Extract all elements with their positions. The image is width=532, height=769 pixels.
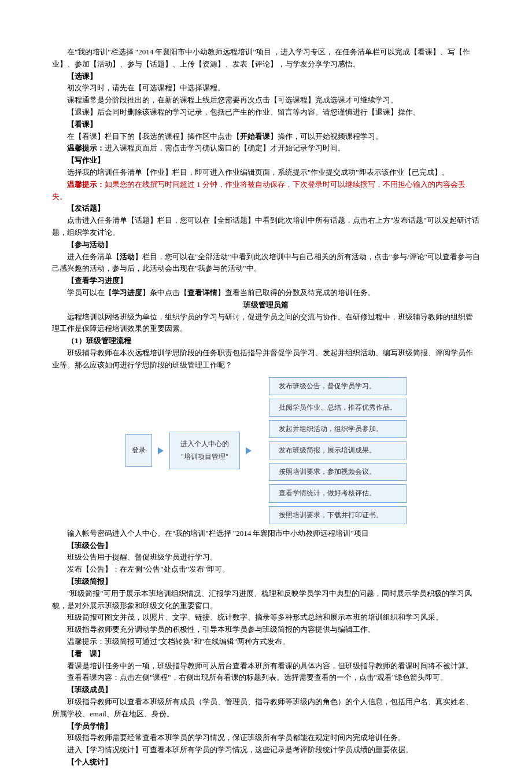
text-line: 班级指导教师可以查看本班级所有成员（学员、管理员、指导教师等班级内的角色）的个人… — [52, 696, 480, 720]
text-line: 点击进入任务清单【话题】栏目，您可以在【全部话题】中看到此次培训中所有话题，点击… — [52, 215, 480, 239]
bold-fragment: 开始看课 — [240, 132, 270, 141]
part-title-class-admin: 班级管理员篇 — [52, 299, 480, 311]
text-line: 【退课】后会同时删除该课程的学习记录，包括已产生的作业、留言等内容。请您谨慎进行… — [52, 106, 480, 119]
bold-fragment: 查看详情 — [187, 288, 217, 297]
task-item: 发起并组织活动，组织学员参加。 — [269, 420, 407, 438]
text-line: 选择我的培训任务清单【作业】栏目，即可进入作业编辑页面，系统提示"作业提交成功"… — [52, 167, 480, 179]
section-title-topic: 【发话题】 — [52, 203, 480, 215]
text-line: 远程培训以网络班级为单位，组织学员的学习与研讨，促进学员之间的交流与协作。在研修… — [52, 311, 480, 336]
task-item: 按照培训要求，参加视频会议。 — [269, 463, 407, 481]
text-fragment: 进入课程页面后，需点击学习确认窗口的【确定】才开始记录学习时间。 — [105, 144, 345, 152]
text-fragment: 在【看课】栏目下的【我选的课程】操作区中点击【 — [67, 132, 240, 141]
section-title-student-status: 【学员学情】 — [52, 720, 480, 733]
login-box: 登录 — [125, 434, 152, 467]
text-fragment: 学员可以在【 — [67, 288, 112, 297]
task-item: 查看学情统计，做好考核评估。 — [269, 484, 407, 502]
section-title-class-members: 【班级成员】 — [52, 684, 480, 696]
text-line: 发布【公告】：在左侧"公告"处点击"发布"即可。 — [52, 564, 480, 576]
text-line: 进入【学习情况统计】可查看本班所有学员的学习情况，这些记录是考评阶段统计学员成绩… — [52, 744, 480, 756]
task-item: 发布班级简报，展示培训成果。 — [269, 441, 407, 459]
task-item: 发布班级公告，督促学员学习。 — [269, 377, 407, 395]
text-fragment: 如果您的在线撰写时间超过 1 分钟，作业将被自动保存，下次登录时可以继续撰写，不… — [52, 180, 466, 201]
text-line: 班级公告用于提醒、督促班级学员进行学习。 — [52, 551, 480, 564]
tasks-list: 发布班级公告，督促学员学习。 批阅学员作业、总结，推荐优秀作品。 发起并组织活动… — [269, 377, 407, 524]
bold-fragment: 活动 — [120, 252, 135, 261]
text-line: 温馨提示：班级简报可通过"文档转换"和"在线编辑"两种方式发布。 — [52, 636, 480, 648]
section-title-personal-stats: 【个人统计】 — [52, 756, 480, 768]
flow-diagram: 登录 进入个人中心的 "培训项目管理" 发布班级公告，督促学员学习。 批阅学员作… — [52, 377, 480, 524]
arrow-right-icon — [246, 447, 252, 454]
text-fragment: 】条中点击【 — [142, 288, 187, 297]
text-line: 在【看课】栏目下的【我选的课程】操作区中点击【开始看课】操作，可以开始视频课程学… — [52, 131, 480, 143]
text-line: 学员可以在【学习进度】条中点击【查看详情】查看当前已取得的分数及待完成的培训任务… — [52, 287, 480, 299]
text-line: 班级简报可图文并茂，以照片、文字、链接、统计数字、摘录等多种形式总结和展示本班的… — [52, 612, 480, 624]
center-box: 进入个人中心的 "培训项目管理" — [169, 432, 240, 469]
text-line: 班级指导教师要充分调动学员的积极性，引导本班学员参与班级简报的内容提供与编辑工作… — [52, 624, 480, 636]
section-title-watch: 【看 课】 — [52, 648, 480, 660]
bold-fragment: 学习进度 — [112, 288, 142, 297]
section-title-write-homework: 【写作业】 — [52, 154, 480, 167]
warning-line: 温馨提示：如果您的在线撰写时间超过 1 分钟，作业将被自动保存，下次登录时可以继… — [52, 179, 480, 203]
section-title-class-brief: 【班级简报】 — [52, 576, 480, 588]
text-line: 课程通常是分阶段推出的，在新的课程上线后您需要再次点击【可选课程】完成选课才可继… — [52, 94, 480, 106]
intro-paragraph: 在"我的培训"栏选择 "2014 年襄阳市中小幼教师远程培训"项目 ，进入学习专… — [52, 46, 480, 71]
section-title-progress: 【查看学习进度】 — [52, 275, 480, 287]
tip-label: 温馨提示： — [67, 144, 105, 152]
text-line: 班级指导教师需要经常查看本班学员的学习情况，保证班级所有学员都能在规定时间内完成… — [52, 732, 480, 744]
text-fragment: 进入任务清单【 — [67, 252, 120, 261]
mgmt-flow-title: （1）班级管理流程 — [52, 335, 480, 347]
text-line: 查看看课内容：点击左侧"课程"，右侧出现所有看课的标题列表。选择需要查看的一个，… — [52, 672, 480, 684]
text-fragment: 】操作，可以开始视频课程学习。 — [270, 132, 383, 141]
arrow-right-icon — [158, 447, 164, 454]
text-line: 初次学习时，请先在【可选课程】中选择课程。 — [52, 82, 480, 94]
diagram-left: 登录 进入个人中心的 "培训项目管理" — [125, 432, 257, 469]
section-title-activity: 【参与活动】 — [52, 239, 480, 251]
text-line: 进入任务清单【活动】栏目，您可以在"全部活动"中看到此次培训中与自己相关的所有活… — [52, 251, 480, 275]
text-line: 温馨提示：进入课程页面后，需点击学习确认窗口的【确定】才开始记录学习时间。 — [52, 142, 480, 154]
text-fragment: 】查看当前已取得的分数及待完成的培训任务。 — [217, 288, 375, 297]
task-item: 批阅学员作业、总结，推荐优秀作品。 — [269, 399, 407, 417]
text-line: 看课是培训任务中的一项，班级指导教师可从后台查看本班所有看课的具体内容，但班级指… — [52, 660, 480, 672]
text-line: "班级简报"可用于展示本班培训组织情况、汇报学习进展、梳理和反映学员学习中典型的… — [52, 588, 480, 612]
text-line: 班级辅导教师在本次远程培训学思阶段的任务职责包括指导并督促学员学习、发起并组织活… — [52, 347, 480, 371]
section-title-select-course: 【选课】 — [52, 71, 480, 83]
section-title-class-notice: 【班级公告】 — [52, 540, 480, 552]
center-box-line: 进入个人中心的 — [180, 438, 229, 451]
text-line: 输入帐号密码进入个人中心。在"我的培训"栏选择 "2014 年襄阳市中小幼教师远… — [52, 528, 480, 540]
task-item: 按照培训要求，下载并打印证书。 — [269, 506, 407, 524]
tip-label: 温馨提示： — [67, 180, 105, 189]
center-box-line: "培训项目管理" — [180, 451, 229, 463]
section-title-watch-course: 【看课】 — [52, 119, 480, 131]
